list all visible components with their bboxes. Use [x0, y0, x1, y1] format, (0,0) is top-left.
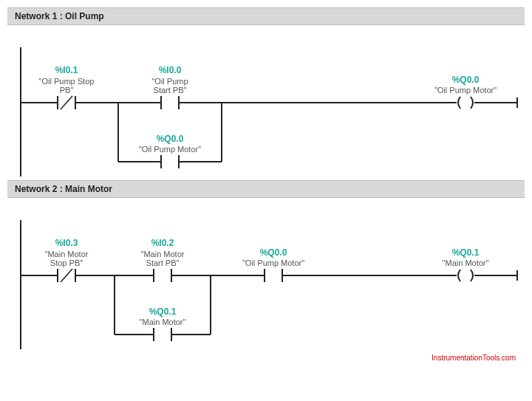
no-contact: %Q0.0 "Oil Pump Motor"	[242, 247, 304, 282]
coil-address: %Q0.1	[452, 247, 480, 258]
contact-desc-line2: PB"	[60, 86, 74, 95]
contact-desc-line1: "Main Motor	[45, 250, 89, 258]
coil-desc: "Main Motor"	[443, 258, 489, 267]
network-2-title: Network 2 : Main Motor	[15, 184, 112, 194]
contact-address: %Q0.0	[260, 247, 287, 258]
contact-desc-line1: "Main Motor	[141, 250, 185, 258]
network-1-title: Network 1 : Oil Pump	[15, 11, 104, 21]
coil-address: %Q0.0	[452, 75, 480, 85]
contact-address: %I0.1	[55, 65, 78, 75]
contact-desc-line2: Start PB"	[154, 86, 187, 95]
watermark-text: InstrumentationTools.com	[432, 354, 516, 362]
coil-desc: "Oil Pump Motor"	[434, 86, 497, 95]
contact-desc: "Oil Pump Motor"	[242, 258, 304, 267]
no-contact-branch: %Q0.0 "Oil Pump Motor"	[139, 134, 201, 168]
contact-desc-line1: "Oil Pump Stop	[39, 77, 95, 86]
contact-desc: "Main Motor"	[140, 318, 186, 326]
contact-address: %I0.3	[55, 238, 78, 248]
coil: %Q0.0 "Oil Pump Motor"	[434, 75, 497, 109]
contact-address: %I0.2	[151, 238, 174, 248]
no-contact: %I0.0 "Oil Pump Start PB"	[151, 65, 188, 109]
coil: %Q0.1 "Main Motor"	[443, 247, 489, 282]
contact-address: %I0.0	[159, 65, 182, 75]
no-contact-branch: %Q0.1 "Main Motor"	[140, 306, 186, 341]
contact-desc: "Oil Pump Motor"	[139, 145, 201, 154]
contact-desc-line2: Stop PB"	[50, 258, 83, 267]
contact-address: %Q0.1	[149, 306, 177, 317]
contact-address: %Q0.0	[157, 134, 184, 144]
network-2-header: Network 2 : Main Motor	[7, 180, 525, 198]
network-1-header: Network 1 : Oil Pump	[7, 7, 525, 25]
network-1-body: %I0.1 "Oil Pump Stop PB" %I0.0 "Oil Pump…	[7, 30, 525, 180]
network-1-ladder: %I0.1 "Oil Pump Stop PB" %I0.0 "Oil Pump…	[7, 32, 525, 180]
network-2-ladder: %I0.3 "Main Motor Stop PB" %I0.2 "Main M…	[7, 205, 525, 353]
network-2-body: %I0.3 "Main Motor Stop PB" %I0.2 "Main M…	[7, 202, 525, 363]
contact-desc-line2: Start PB"	[146, 258, 180, 267]
contact-desc-line1: "Oil Pump	[151, 77, 188, 86]
